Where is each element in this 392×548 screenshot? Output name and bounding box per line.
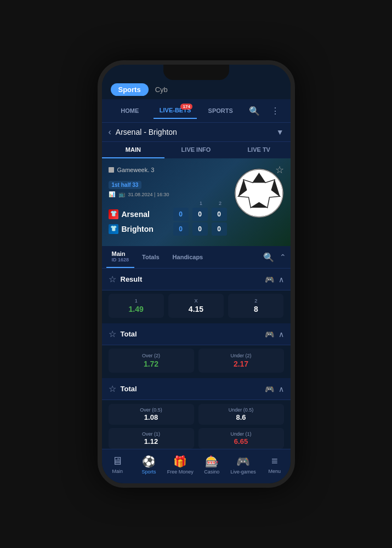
nav-live-bets[interactable]: LIVE-BETS 174	[154, 102, 197, 119]
dropdown-arrow[interactable]: ▼	[276, 128, 284, 136]
result-label-2: 2	[234, 298, 278, 304]
col-header-2: 2	[212, 201, 229, 206]
nav-home[interactable]: HOME	[109, 103, 152, 118]
tab-sports[interactable]: Sports	[111, 83, 149, 96]
result-label-1: 1	[114, 298, 158, 304]
bet-tab-main[interactable]: Main ID 1628	[106, 246, 135, 268]
sports-nav-icon: ⚽	[142, 455, 156, 468]
tab-live-info[interactable]: LIVE INFO	[164, 142, 228, 158]
free-money-nav-icon: 🎁	[173, 455, 187, 468]
bottom-nav-sports[interactable]: ⚽ Sports	[133, 453, 164, 477]
ou-under-0[interactable]: Under (0.5) 8.6	[198, 404, 284, 425]
total1-over-value: 1.72	[114, 359, 189, 368]
nav-bar: HOME LIVE-BETS 174 SPORTS 🔍 ⋮	[102, 99, 291, 122]
total2-section: ☆ Total 🎮 ∧ Over (0.5) 1.08 Under (0.5) …	[102, 378, 291, 449]
ou-under-label-0: Under (0.5)	[204, 407, 279, 413]
bet-tab-totals[interactable]: Totals	[137, 249, 165, 265]
match-date: 31.08.2024 | 16:30	[128, 192, 169, 197]
total1-title: Total	[121, 330, 265, 338]
sub-tabs: MAIN LIVE INFO LIVE TV	[102, 141, 291, 158]
result-section: ☆ Result 🎮 ∧ 1 1.49 X 4.15 2 8	[102, 269, 291, 321]
total1-info-icon[interactable]: 🎮	[265, 330, 274, 339]
total2-title: Total	[121, 385, 265, 393]
ou-row-1: Over (1) 1.12 Under (1) 6.65	[102, 426, 291, 449]
back-button[interactable]: ‹	[109, 127, 111, 137]
screen: Sports Cyb HOME LIVE-BETS 174 SPORTS 🔍 ⋮…	[102, 65, 291, 483]
total1-under-value: 2.17	[204, 359, 279, 368]
result-odds-x[interactable]: X 4.15	[168, 294, 224, 318]
gameweek-label: Gameweek. 3	[117, 167, 155, 173]
total1-over[interactable]: Over (2) 1.72	[109, 349, 194, 373]
ou-over-value-1: 1.12	[114, 437, 189, 446]
team2-name: 👕 Brighton	[109, 222, 172, 236]
result-chevron[interactable]: ∧	[279, 275, 284, 284]
ou-over-value-0: 1.08	[114, 413, 189, 421]
result-odds-2[interactable]: 2 8	[228, 294, 283, 318]
match-card: Gameweek. 3 ☆ 1st half 33 📊 📺 31.08.2024…	[102, 158, 291, 246]
soccer-ball-graphic	[233, 167, 285, 219]
total1-odds-row: Over (2) 1.72 Under (2) 2.17	[102, 345, 291, 376]
result-info-icon[interactable]: 🎮	[265, 275, 274, 284]
stats-icon: 📊	[109, 191, 115, 197]
live-games-nav-label: Live-games	[230, 469, 256, 475]
match-live-status: 1st half 33	[109, 181, 142, 189]
betting-tabs: Main ID 1628 Totals Handicaps 🔍 ⌃	[102, 246, 291, 269]
nav-sports[interactable]: SPORTS	[199, 103, 242, 118]
bottom-nav-casino[interactable]: 🎰 Casino	[196, 453, 227, 477]
total2-header: ☆ Total 🎮 ∧	[102, 378, 291, 400]
result-header: ☆ Result 🎮 ∧	[102, 269, 291, 290]
ou-over-1[interactable]: Over (1) 1.12	[109, 428, 194, 449]
total1-star[interactable]: ☆	[109, 329, 116, 339]
tv-icon: 📺	[118, 191, 125, 197]
total1-under[interactable]: Under (2) 2.17	[198, 349, 284, 373]
casino-nav-label: Casino	[204, 469, 219, 475]
more-icon[interactable]: ⋮	[266, 106, 284, 116]
bottom-nav-main[interactable]: 🖥 Main	[102, 453, 133, 477]
col-header-1: 1	[192, 201, 210, 206]
menu-nav-label: Menu	[269, 469, 281, 474]
bet-search-icon[interactable]: 🔍	[263, 252, 274, 262]
bottom-nav: 🖥 Main ⚽ Sports 🎁 Free Money 🎰 Casino 🎮 …	[102, 449, 291, 483]
live-bets-badge: 174	[180, 104, 192, 110]
team2-score-live: 0	[173, 222, 189, 236]
tab-live-tv[interactable]: LIVE TV	[228, 142, 291, 158]
ou-over-label-0: Over (0.5)	[114, 407, 189, 413]
breadcrumb: ‹ Arsenal - Brighton ▼	[102, 122, 291, 141]
total1-section: ☆ Total 🎮 ∧ Over (2) 1.72 Under (2) 2.17	[102, 323, 291, 376]
bottom-nav-live-games[interactable]: 🎮 Live-games	[228, 453, 259, 477]
ou-over-0[interactable]: Over (0.5) 1.08	[109, 404, 194, 425]
total1-over-label: Over (2)	[114, 353, 189, 358]
phone-frame: Sports Cyb HOME LIVE-BETS 174 SPORTS 🔍 ⋮…	[98, 60, 295, 488]
result-odds-row: 1 1.49 X 4.15 2 8	[102, 290, 291, 321]
result-star[interactable]: ☆	[109, 274, 116, 284]
search-icon[interactable]: 🔍	[245, 106, 264, 116]
match-title: Arsenal - Brighton	[116, 128, 276, 136]
result-odds-1[interactable]: 1 1.49	[109, 294, 164, 318]
bet-tab-handicaps[interactable]: Handicaps	[167, 249, 209, 265]
team1-score-1: 0	[192, 208, 208, 221]
result-value-1: 1.49	[114, 305, 158, 313]
ou-under-label-1: Under (1)	[204, 431, 279, 437]
total2-star[interactable]: ☆	[109, 384, 116, 394]
menu-nav-icon: ≡	[271, 455, 278, 467]
total2-info-icon[interactable]: 🎮	[265, 385, 274, 393]
bottom-nav-menu[interactable]: ≡ Menu	[259, 453, 290, 477]
result-value-x: 4.15	[174, 305, 218, 313]
bet-collapse-icon[interactable]: ⌃	[280, 253, 286, 261]
total1-chevron[interactable]: ∧	[279, 330, 284, 339]
bottom-nav-free-money[interactable]: 🎁 Free Money	[164, 453, 196, 477]
team2-score-1: 0	[192, 222, 208, 236]
team1-score-2: 0	[212, 208, 227, 221]
main-nav-icon: 🖥	[112, 455, 123, 467]
ou-under-value-0: 8.6	[204, 413, 279, 421]
tab-main[interactable]: MAIN	[102, 142, 165, 158]
sports-nav-label: Sports	[141, 469, 156, 475]
ou-over-label-1: Over (1)	[114, 431, 189, 437]
gameweek-badge: Gameweek. 3	[109, 167, 155, 173]
ou-under-1[interactable]: Under (1) 6.65	[198, 428, 284, 449]
main-nav-label: Main	[112, 469, 123, 474]
ou-under-value-1: 6.65	[204, 437, 279, 446]
total2-chevron[interactable]: ∧	[279, 385, 284, 393]
tab-cyb[interactable]: Cyb	[155, 85, 168, 94]
total1-header: ☆ Total 🎮 ∧	[102, 323, 291, 345]
